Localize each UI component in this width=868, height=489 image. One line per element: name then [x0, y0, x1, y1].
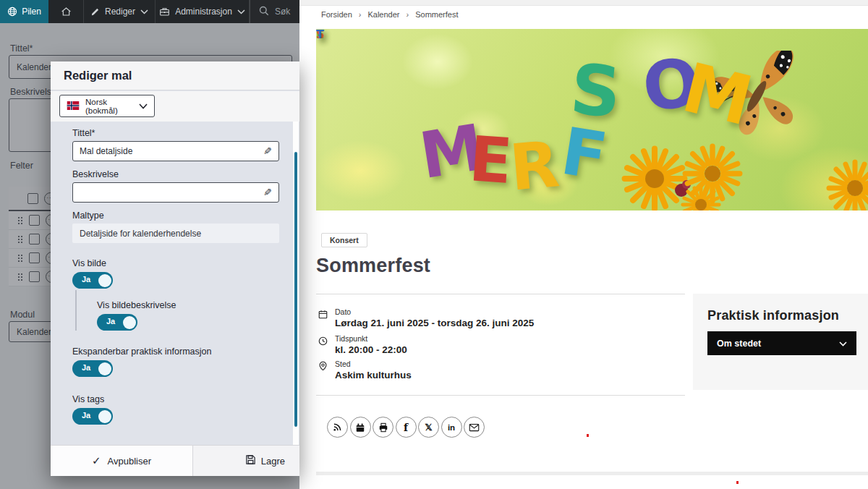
modal-tittel-input[interactable]: Mal detaljside ✎	[72, 141, 279, 161]
language-dropdown[interactable]: Norsk (bokmål)	[59, 95, 155, 117]
facebook-icon[interactable]: f	[396, 417, 417, 438]
chevron-down-icon	[140, 9, 148, 14]
detail-label: Tidspunkt	[335, 334, 407, 343]
breadcrumb-item-forsiden[interactable]: Forsiden	[321, 10, 352, 19]
vis-tags-toggle[interactable]: Ja	[72, 408, 113, 425]
toggle-state-label: Ja	[82, 275, 90, 284]
breadcrumb: Forsiden › Kalender › Sommerfest	[321, 10, 458, 19]
clock-icon	[318, 334, 328, 355]
scrollbar-thumb[interactable]	[294, 152, 297, 427]
chevron-down-icon	[139, 102, 148, 111]
rediger-mal-modal: Rediger mal Norsk (bokmål) Tittel* Mal d…	[51, 61, 299, 476]
vis-bildebeskrivelse-group: Vis bildebeskrivelse Ja	[75, 290, 279, 331]
checkmark-icon: ✓	[92, 454, 101, 467]
nav-rediger-menu[interactable]: Rediger	[84, 0, 156, 23]
hero-letter: T	[316, 29, 324, 41]
detail-label: Sted	[335, 360, 412, 368]
detail-value: Lørdag 21. juni 2025 - torsdag 26. juni …	[335, 318, 534, 328]
sidebar-title: Praktisk informasjon	[707, 308, 839, 323]
lagre-label: Lagre	[261, 456, 285, 467]
vis-bilde-label: Vis bilde	[72, 258, 279, 268]
lagre-button[interactable]: Lagre	[193, 446, 299, 476]
vis-bildebeskrivelse-label: Vis bildebeskrivelse	[97, 300, 279, 310]
avpubliser-button[interactable]: ✓ Avpubliser	[51, 446, 193, 476]
modal-title: Rediger mal	[51, 61, 299, 90]
toggle-state-label: Ja	[82, 411, 90, 420]
praktisk-informasjon-box: Praktisk informasjon Om stedet	[693, 294, 868, 390]
language-row: Norsk (bokmål)	[51, 91, 299, 122]
toggle-state-label: Ja	[106, 317, 115, 326]
chevron-down-icon	[839, 339, 847, 349]
vis-tags-toggle-block: Vis tags Ja	[72, 394, 279, 425]
toggle-knob	[123, 316, 136, 329]
share-row: f 𝕏 in	[327, 417, 485, 438]
preview-top-strip	[299, 0, 868, 6]
location-pin-icon	[318, 360, 328, 380]
brand-button[interactable]: Pilen	[0, 0, 48, 23]
norway-flag-icon	[67, 101, 80, 111]
hero-image: SOMMERFEST	[316, 29, 868, 211]
chevron-down-icon	[237, 9, 245, 14]
toggle-state-label: Ja	[82, 363, 90, 372]
edit-pencil-icon: ✎	[263, 187, 272, 198]
ekspanderbar-label: Ekspanderbar praktisk informasjon	[72, 346, 279, 357]
page-title: Sommerfest	[316, 255, 430, 277]
toggle-knob	[98, 410, 111, 423]
ekspanderbar-toggle[interactable]: Ja	[72, 360, 113, 377]
avpubliser-label: Avpubliser	[108, 456, 151, 467]
detail-value: Askim kulturhus	[335, 370, 412, 380]
vis-bildebeskrivelse-toggle[interactable]: Ja	[97, 314, 137, 331]
print-icon[interactable]	[373, 417, 393, 438]
search-input[interactable]: Søk	[250, 0, 299, 23]
x-icon[interactable]: 𝕏	[418, 417, 439, 438]
modal-tittel-label: Tittel*	[72, 128, 279, 138]
globe-icon	[7, 7, 17, 17]
maltype-value: Detaljside for kalenderhendelse	[80, 229, 201, 239]
email-icon[interactable]	[464, 417, 485, 438]
hero-letter: R	[507, 132, 561, 200]
nav-administrasjon-label: Administrasjon	[175, 7, 232, 17]
toggle-knob	[98, 362, 111, 375]
vis-tags-label: Vis tags	[72, 394, 279, 404]
search-icon	[259, 6, 269, 18]
divider	[316, 294, 685, 294]
save-floppy-icon	[245, 454, 256, 467]
briefcase-icon	[159, 7, 170, 17]
breadcrumb-separator: ›	[359, 10, 362, 19]
nav-administrasjon-menu[interactable]: Administrasjon	[156, 0, 250, 23]
flower-image	[822, 159, 868, 211]
divider-band	[316, 472, 868, 475]
linkedin-icon[interactable]: in	[441, 417, 462, 438]
calendar-icon	[318, 307, 328, 328]
vis-bilde-toggle[interactable]: Ja	[72, 272, 113, 289]
ekspanderbar-toggle-block: Ekspanderbar praktisk informasjon Ja	[72, 346, 279, 377]
detail-row-tidspunkt: Tidspunkt kl. 20:00 - 22:00	[318, 334, 407, 355]
modal-beskrivelse-label: Beskrivelse	[72, 169, 279, 179]
detail-row-dato: Dato Lørdag 21. juni 2025 - torsdag 26. …	[318, 307, 534, 328]
nav-rediger-label: Rediger	[105, 7, 135, 17]
modal-scrollbar[interactable]	[293, 122, 299, 445]
maltype-readonly-field: Detaljside for kalenderhendelse	[72, 224, 279, 243]
om-stedet-accordion[interactable]: Om stedet	[707, 331, 856, 355]
preview-pane: Forsiden › Kalender › Sommerfest	[299, 0, 868, 489]
flowers-image	[620, 141, 746, 211]
modal-beskrivelse-input[interactable]: ✎	[72, 182, 279, 203]
search-label: Søk	[275, 7, 290, 17]
calendar-icon[interactable]	[350, 417, 371, 438]
detail-row-sted: Sted Askim kulturhus	[318, 360, 412, 380]
modal-tittel-value: Mal detaljside	[80, 146, 132, 156]
maltype-label: Maltype	[72, 211, 279, 221]
brand-label: Pilen	[22, 7, 41, 17]
tag-konsert[interactable]: Konsert	[321, 233, 367, 247]
modal-footer: ✓ Avpubliser Lagre	[51, 445, 299, 476]
breadcrumb-item-sommerfest[interactable]: Sommerfest	[415, 10, 458, 19]
nav-home-button[interactable]	[48, 0, 84, 23]
hero-letter: F	[557, 119, 611, 190]
pencil-icon	[90, 7, 100, 17]
toggle-knob	[98, 274, 111, 287]
accordion-label: Om stedet	[717, 339, 761, 349]
breadcrumb-separator: ›	[407, 10, 409, 19]
breadcrumb-item-kalender[interactable]: Kalender	[367, 10, 399, 19]
detail-value: kl. 20:00 - 22:00	[335, 344, 407, 355]
rss-icon[interactable]	[327, 417, 348, 438]
